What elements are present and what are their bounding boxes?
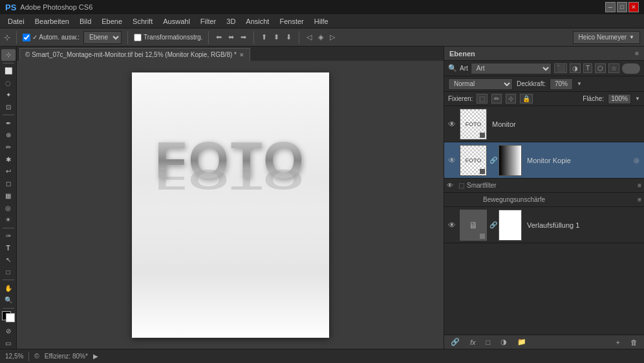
fill-dropdown-icon[interactable]: ▼ xyxy=(635,96,640,102)
distribute-right-icon[interactable]: ▷ xyxy=(328,32,336,43)
align-center-icon[interactable]: ⬌ xyxy=(227,32,235,43)
filter-shape-icon[interactable]: ⬡ xyxy=(595,63,606,73)
eraser-tool[interactable]: ◻ xyxy=(1,178,16,190)
lock-move-icon[interactable]: ⊹ xyxy=(506,94,516,104)
gradient-tool[interactable]: ▦ xyxy=(1,190,16,202)
tab-close-button[interactable]: ✕ xyxy=(239,52,244,58)
align-bottom-icon[interactable]: ⬇ xyxy=(284,32,293,43)
filter-type-select[interactable]: Art Name Effekt xyxy=(471,63,552,74)
lock-brush-icon[interactable]: ✏ xyxy=(491,94,502,104)
transform-label: Transformationsstrg. xyxy=(134,34,202,41)
menu-fenster[interactable]: Fenster xyxy=(274,16,308,27)
fg-bg-colors[interactable] xyxy=(2,311,15,322)
opacity-dropdown-icon[interactable]: ▼ xyxy=(577,81,582,87)
lock-all-icon[interactable]: 🔒 xyxy=(520,94,533,104)
new-group-button[interactable]: 📁 xyxy=(515,336,529,347)
marquee-tool[interactable]: ⬜ xyxy=(1,65,16,77)
filter-adjust-icon[interactable]: ◑ xyxy=(570,63,581,73)
left-toolbar: ⊹ ⬜ ◌ ✦ ⊡ ✒ ⊛ ✏ ✱ ↩ ◻ ▦ ◎ ☀ ✑ T ↖ □ ✋ 🔍 … xyxy=(0,47,17,349)
layer-name-monitor: Monitor xyxy=(489,120,641,128)
canvas-container[interactable]: FOTO FOTO xyxy=(17,61,444,349)
minimize-button[interactable]: ─ xyxy=(605,2,616,12)
shape-tool[interactable]: □ xyxy=(1,267,16,278)
pen-tool[interactable]: ✑ xyxy=(1,230,16,242)
menu-ansicht[interactable]: Ansicht xyxy=(241,16,274,27)
quick-mask-tool[interactable]: ⊘ xyxy=(1,325,16,337)
add-adjustment-button[interactable]: ◑ xyxy=(498,336,510,347)
smartfilter-item-bewegung[interactable]: Bewegungsunschärfe ≡ xyxy=(444,193,644,207)
add-mask-button[interactable]: □ xyxy=(484,337,493,347)
panel-options-icon[interactable]: ≡ xyxy=(635,50,639,57)
bewegung-options-icon[interactable]: ≡ xyxy=(638,196,641,203)
layer-thumb-monitor-kopie-1: FOTO xyxy=(460,145,487,176)
align-left-icon[interactable]: ⬅ xyxy=(215,32,223,43)
layer-visibility-verlauf[interactable]: 👁 xyxy=(447,220,457,230)
healpatch-tool[interactable]: ⊛ xyxy=(1,129,16,141)
canvas-tab[interactable]: © Smart_07c_Montage-mit-Monitor.tif bei … xyxy=(19,48,250,61)
new-layer-button[interactable]: + xyxy=(614,337,623,347)
filter-pixel-icon[interactable]: ⬛ xyxy=(554,63,567,73)
menu-hilfe[interactable]: Hilfe xyxy=(309,16,334,27)
distribute-left-icon[interactable]: ◁ xyxy=(305,32,313,43)
close-button[interactable]: ✕ xyxy=(628,2,639,12)
menu-bild[interactable]: Bild xyxy=(74,16,96,27)
eyedropper-tool[interactable]: ✒ xyxy=(1,117,16,129)
screen-mode-tool[interactable]: ▭ xyxy=(1,337,16,349)
layer-mask-gradient xyxy=(499,146,521,175)
delete-layer-button[interactable]: 🗑 xyxy=(628,337,640,347)
filter-icon: 🔍 xyxy=(448,64,457,72)
layer-item-monitor-kopie[interactable]: 👁 FOTO 🔗 Monitor Kopie ◎ xyxy=(444,142,644,179)
blend-mode-select[interactable]: Normal Multiplizieren Aufhellen xyxy=(448,78,513,90)
crop-tool[interactable]: ⊡ xyxy=(1,102,16,113)
link-layers-button[interactable]: 🔗 xyxy=(448,336,462,347)
move-tool[interactable]: ⊹ xyxy=(1,49,16,61)
align-top-icon[interactable]: ⬆ xyxy=(260,32,268,43)
fill-value[interactable]: 100% xyxy=(608,94,631,104)
opacity-value[interactable]: 70% xyxy=(550,78,573,90)
brush-tool[interactable]: ✏ xyxy=(1,142,16,153)
user-dropdown-icon[interactable]: ▼ xyxy=(629,34,634,40)
visibility-smartfilter[interactable]: 👁 xyxy=(447,182,453,189)
ps-logo: PS xyxy=(5,3,16,12)
blur-tool[interactable]: ◎ xyxy=(1,202,16,214)
autom-auswahl-checkbox[interactable] xyxy=(23,34,30,41)
layers-lock-row: Fixieren: ⬚ ✏ ⊹ 🔒 Fläche: 100% ▼ xyxy=(444,92,644,106)
menu-datei[interactable]: Datei xyxy=(3,16,30,27)
lasso-tool[interactable]: ◌ xyxy=(1,77,16,89)
add-style-button[interactable]: fx xyxy=(467,337,478,347)
layers-bottom: 🔗 fx □ ◑ 📁 + 🗑 xyxy=(444,335,644,349)
lock-checkerboard-icon[interactable]: ⬚ xyxy=(477,94,488,104)
smartfilter-icon: ⬚ xyxy=(458,182,464,189)
filter-smart-icon[interactable]: ☆ xyxy=(608,63,619,73)
menu-3d[interactable]: 3D xyxy=(221,16,241,27)
menu-schrift[interactable]: Schrift xyxy=(127,16,158,27)
hand-tool[interactable]: ✋ xyxy=(1,282,16,294)
menu-filter[interactable]: Filter xyxy=(195,16,221,27)
type-tool[interactable]: T xyxy=(1,242,16,254)
layer-visibility-monitor[interactable]: 👁 xyxy=(447,119,457,129)
stamp-tool[interactable]: ✱ xyxy=(1,153,16,165)
menu-ebene[interactable]: Ebene xyxy=(96,16,127,27)
menu-bearbeiten[interactable]: Bearbeiten xyxy=(30,16,74,27)
dodge-tool[interactable]: ☀ xyxy=(1,214,16,226)
transform-checkbox[interactable] xyxy=(134,34,142,41)
quicksel-tool[interactable]: ✦ xyxy=(1,89,16,101)
zoom-tool[interactable]: 🔍 xyxy=(1,294,16,306)
filter-type2-icon[interactable]: T xyxy=(583,63,592,73)
smartfilter-options-icon[interactable]: ≡ xyxy=(638,182,641,189)
layer-item-verlauf[interactable]: 👁 🖥 🔗 Verlaufsfüllung 1 xyxy=(444,207,644,243)
autom-auswahl-select[interactable]: Ebene xyxy=(83,31,122,44)
menu-auswahl[interactable]: Auswahl xyxy=(158,16,195,27)
path-sel-tool[interactable]: ↖ xyxy=(1,254,16,266)
maximize-button[interactable]: □ xyxy=(617,2,627,12)
options-sep-4 xyxy=(253,31,254,44)
align-right-icon[interactable]: ➡ xyxy=(239,32,248,43)
distribute-center-icon[interactable]: ◈ xyxy=(317,32,325,43)
history-tool[interactable]: ↩ xyxy=(1,166,16,177)
layer-item-monitor[interactable]: 👁 FOTO Monitor xyxy=(444,106,644,142)
layer-visibility-monitor-kopie[interactable]: 👁 xyxy=(447,155,457,166)
status-sep-1 xyxy=(28,352,29,361)
layer-extra-icon: ◎ xyxy=(631,155,641,166)
align-middle-icon[interactable]: ⬍ xyxy=(272,32,281,43)
filter-toggle[interactable] xyxy=(622,63,640,74)
